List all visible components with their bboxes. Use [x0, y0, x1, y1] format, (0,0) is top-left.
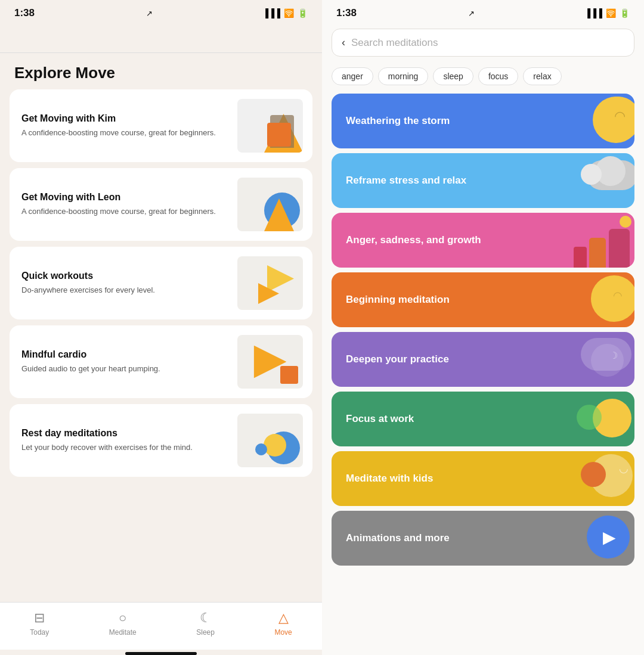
- med-title-anger: Anger, sadness, and growth: [346, 234, 569, 246]
- left-status-arrow: ↗: [146, 9, 153, 18]
- meditate-icon: ○: [119, 610, 126, 626]
- filter-chips: anger morning sleep focus relax: [322, 64, 644, 91]
- right-status-time: 1:38: [336, 7, 357, 19]
- card-leon-image: [237, 178, 303, 231]
- card-rest-image: [237, 414, 303, 467]
- nav-sleep[interactable]: ☾ Sleep: [196, 610, 215, 637]
- med-card-animations[interactable]: Animations and more ▶: [332, 511, 634, 566]
- med-title-focus: Focus at work: [346, 413, 569, 425]
- card-leon[interactable]: Get Moving with Leon A confidence-boosti…: [10, 168, 312, 241]
- right-wifi-icon: 🛜: [606, 8, 616, 18]
- left-status-bar: 1:38 ↗ ▐▐▐ 🛜 🔋: [0, 0, 322, 24]
- wifi-icon: 🛜: [284, 8, 294, 18]
- chip-focus[interactable]: focus: [478, 67, 518, 85]
- card-kim-text: Get Moving with Kim A confidence-boostin…: [21, 113, 237, 138]
- today-icon: ⊟: [34, 610, 45, 626]
- search-bar[interactable]: ‹ Search meditations: [332, 29, 634, 57]
- right-signal-icon: ▐▐▐: [584, 8, 602, 18]
- med-title-storm: Weathering the storm: [346, 115, 569, 127]
- card-leon-title: Get Moving with Leon: [21, 192, 231, 203]
- med-illus-anger: [569, 213, 634, 268]
- card-kim[interactable]: Get Moving with Kim A confidence-boostin…: [10, 89, 312, 162]
- sleep-icon: ☾: [200, 610, 212, 626]
- med-card-beginning[interactable]: Beginning meditation ◠: [332, 272, 634, 327]
- nav-meditate[interactable]: ○ Meditate: [109, 610, 137, 637]
- med-title-reframe: Reframe stress and relax: [346, 175, 569, 187]
- med-illus-reframe: [569, 153, 634, 208]
- med-illus-storm: ◠: [569, 94, 634, 148]
- left-phone: 1:38 ↗ ▐▐▐ 🛜 🔋 Explore Move Get Moving w…: [0, 0, 322, 655]
- right-status-arrow: ↗: [468, 9, 475, 18]
- explore-cards-list: Get Moving with Kim A confidence-boostin…: [0, 89, 322, 602]
- card-rest-title: Rest day meditations: [21, 428, 231, 439]
- meditation-list: Weathering the storm ◠ Reframe stress an…: [322, 91, 644, 655]
- med-card-focus[interactable]: Focus at work: [332, 392, 634, 446]
- nav-today[interactable]: ⊟ Today: [30, 610, 49, 637]
- card-quick-title: Quick workouts: [21, 271, 231, 281]
- search-bar-container: ‹ Search meditations: [322, 24, 644, 64]
- card-kim-image: [237, 99, 303, 153]
- left-top-bar: [0, 24, 322, 53]
- card-kim-desc: A confidence-boosting move course, great…: [21, 128, 231, 138]
- med-title-animations: Animations and more: [346, 532, 569, 544]
- battery-icon: 🔋: [298, 8, 308, 18]
- med-illus-beginning: ◠: [569, 272, 634, 327]
- card-cardio-image: [237, 335, 303, 389]
- med-card-anger[interactable]: Anger, sadness, and growth: [332, 213, 634, 268]
- card-rest-text: Rest day meditations Let your body recov…: [21, 428, 237, 453]
- signal-icon: ▐▐▐: [262, 8, 280, 18]
- med-card-deepen[interactable]: Deepen your practice ☽: [332, 332, 634, 387]
- left-status-time: 1:38: [14, 7, 35, 19]
- card-cardio[interactable]: Mindful cardio Guided audio to get your …: [10, 325, 312, 398]
- chip-anger[interactable]: anger: [332, 67, 373, 85]
- card-kim-title: Get Moving with Kim: [21, 113, 231, 124]
- med-illus-animations: ▶: [569, 511, 634, 566]
- card-cardio-text: Mindful cardio Guided audio to get your …: [21, 349, 237, 374]
- med-card-storm[interactable]: Weathering the storm ◠: [332, 94, 634, 148]
- chip-morning[interactable]: morning: [378, 67, 429, 85]
- card-cardio-title: Mindful cardio: [21, 349, 231, 360]
- explore-title: Explore Move: [0, 53, 322, 89]
- search-placeholder-text: Search meditations: [351, 37, 624, 49]
- card-quick-desc: Do-anywhere exercises for every level.: [21, 285, 231, 296]
- right-phone: 1:38 ↗ ▐▐▐ 🛜 🔋 ‹ Search meditations ange…: [322, 0, 644, 655]
- nav-sleep-label: Sleep: [196, 628, 215, 637]
- med-illus-focus: [569, 392, 634, 446]
- med-title-deepen: Deepen your practice: [346, 353, 569, 365]
- card-cardio-desc: Guided audio to get your heart pumping.: [21, 364, 231, 374]
- bottom-nav: ⊟ Today ○ Meditate ☾ Sleep △ Move: [0, 602, 322, 650]
- chip-sleep[interactable]: sleep: [433, 67, 473, 85]
- back-icon[interactable]: ‹: [342, 36, 345, 49]
- med-illus-deepen: ☽: [569, 332, 634, 387]
- med-title-beginning: Beginning meditation: [346, 294, 569, 306]
- home-indicator: [125, 652, 197, 655]
- nav-move[interactable]: △ Move: [274, 610, 292, 637]
- card-quick-text: Quick workouts Do-anywhere exercises for…: [21, 271, 237, 296]
- nav-today-label: Today: [30, 628, 49, 637]
- nav-move-label: Move: [274, 628, 292, 637]
- move-icon: △: [278, 610, 289, 626]
- card-leon-text: Get Moving with Leon A confidence-boosti…: [21, 192, 237, 217]
- med-card-reframe[interactable]: Reframe stress and relax: [332, 153, 634, 208]
- card-quick[interactable]: Quick workouts Do-anywhere exercises for…: [10, 247, 312, 319]
- med-card-kids[interactable]: Meditate with kids ◡: [332, 451, 634, 506]
- right-battery-icon: 🔋: [620, 8, 630, 18]
- right-status-bar: 1:38 ↗ ▐▐▐ 🛜 🔋: [322, 0, 644, 24]
- left-status-icons: ▐▐▐ 🛜 🔋: [262, 8, 308, 18]
- card-quick-image: [237, 256, 303, 310]
- card-leon-desc: A confidence-boosting move course, great…: [21, 206, 231, 217]
- med-illus-kids: ◡: [569, 451, 634, 506]
- med-title-kids: Meditate with kids: [346, 473, 569, 485]
- nav-meditate-label: Meditate: [109, 628, 137, 637]
- card-rest[interactable]: Rest day meditations Let your body recov…: [10, 404, 312, 477]
- chip-relax[interactable]: relax: [523, 67, 561, 85]
- card-rest-desc: Let your body recover with exercises for…: [21, 442, 231, 453]
- right-status-icons: ▐▐▐ 🛜 🔋: [584, 8, 630, 18]
